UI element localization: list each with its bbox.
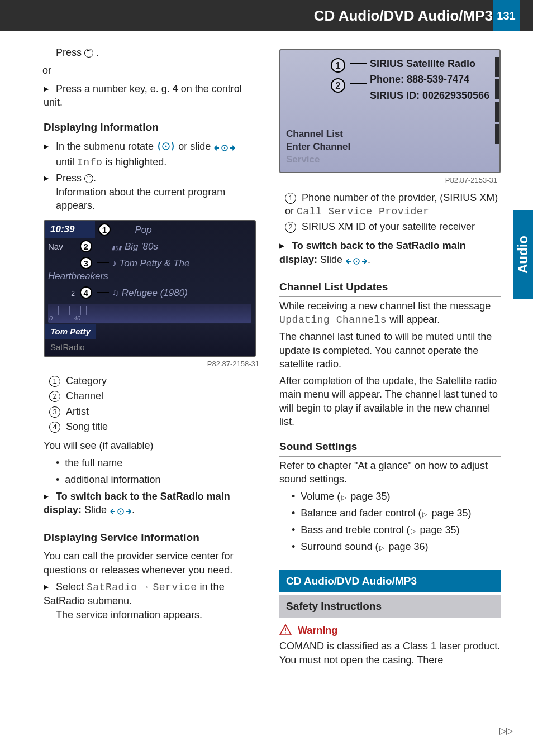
callout-num: 1 xyxy=(285,193,296,204)
step-bold: To switch back to the SatRadio main disp… xyxy=(44,491,230,515)
section-cd-dvd-mp3: CD Audio/DVD Audio/MP3 xyxy=(279,570,501,593)
step-text: or slide xyxy=(178,141,213,152)
text: page 35) xyxy=(417,524,459,535)
callout-text: SIRIUS XM ID of your satellite receiver xyxy=(302,221,475,232)
upd-text-1: While receiving a new channel list the m… xyxy=(279,299,501,327)
arrow: → xyxy=(137,581,153,592)
step-text: until xyxy=(56,156,77,168)
menu-item-info: Info xyxy=(77,157,102,168)
callout-label: Channel xyxy=(66,390,103,401)
callout-3-num: 3 xyxy=(80,257,92,269)
step-text: is highlighted. xyxy=(102,156,166,168)
press-icon xyxy=(84,174,93,183)
page-ref-icon xyxy=(410,524,417,535)
tick-label: 0 xyxy=(49,314,53,323)
page-ref-icon xyxy=(340,491,348,502)
shot-song: Refugee (1980) xyxy=(122,288,188,298)
bullet-surround: Surround sound ( page 36) xyxy=(292,540,501,553)
shot-channel: Big '80s xyxy=(125,241,158,252)
callout-1-num: 1 xyxy=(331,58,345,73)
step-text: Press a number key, e. g. xyxy=(56,83,173,94)
left-column: Press . or Press a number key, e. g. 4 o… xyxy=(44,46,263,711)
callout-mono: Call Service Provider xyxy=(297,206,429,217)
step-bold: To switch back to the SatRadio main disp… xyxy=(279,240,466,265)
slide-icon xyxy=(345,255,368,269)
shot-tab-selected: Tom Petty xyxy=(45,324,96,339)
svg-point-7 xyxy=(356,261,357,262)
screenshot-info-display: 10:39 1 Pop Nav 2 ▮▯▮ Big '80s 3 xyxy=(44,220,256,356)
shot-nav: Nav xyxy=(48,241,77,252)
right-column: 1 2 SIRIUS Satellite Radio Phone: 888-53… xyxy=(279,46,501,711)
bullet-text: additional information xyxy=(65,474,160,485)
callout-legend-2: 1Phone number of the provider, (SIRIUS X… xyxy=(279,191,501,234)
bullet-volume: Volume ( page 35) xyxy=(292,490,501,503)
menu-item: SatRadio xyxy=(87,582,137,593)
text: Volume ( xyxy=(301,491,340,502)
bullet-bass: Bass and treble control ( page 35) xyxy=(292,523,501,537)
step-text: Slide xyxy=(84,504,110,515)
page-number: 131 xyxy=(493,0,520,31)
mono-text: Updating Channels xyxy=(279,314,387,326)
warning-title: Warning xyxy=(298,625,337,636)
callout-num: 2 xyxy=(285,222,296,233)
shot-tuning-bar: 0 40 xyxy=(48,304,251,323)
shot-line-1: SIRIUS Satellite Radio xyxy=(370,57,495,70)
header-title: CD Audio/DVD Audio/MP3 xyxy=(314,0,493,31)
text: page 35) xyxy=(429,508,471,519)
shot-menu-channel-list: Channel List xyxy=(286,128,350,141)
svg-point-3 xyxy=(224,147,225,149)
page-ref-icon xyxy=(421,508,429,519)
step-text: Slide xyxy=(320,254,345,265)
slide-icon xyxy=(110,505,132,519)
svg-rect-9 xyxy=(285,633,286,634)
shot-menu-enter-channel: Enter Channel xyxy=(286,141,350,154)
step-text: . xyxy=(368,254,370,265)
callout-num: 3 xyxy=(49,406,60,418)
callout-legend-1: 1Category 2Channel 3Artist 4Song title xyxy=(44,374,263,433)
step-text: . xyxy=(93,173,96,184)
text: Bass and treble control ( xyxy=(301,524,410,535)
svg-point-1 xyxy=(165,145,167,147)
step-text: Select xyxy=(56,581,87,592)
section-sound-settings: Sound Settings xyxy=(279,439,501,457)
service-intro: You can call the provider service center… xyxy=(44,549,263,577)
bullet-addinfo: additional information xyxy=(56,473,263,486)
callout-num: 1 xyxy=(49,376,60,387)
shot-line-2: Phone: 888-539-7474 xyxy=(370,73,495,86)
step-text: Press xyxy=(56,47,84,58)
callout-4-num: 4 xyxy=(80,286,92,299)
shot-scroll-indicators xyxy=(495,55,499,168)
warning-header: Warning xyxy=(279,624,501,637)
bullet-fullname: the full name xyxy=(56,456,263,470)
callout-label: Category xyxy=(66,375,107,386)
shot-tab-satradio: SatRadio xyxy=(45,339,91,355)
text: While receiving a new channel list the m… xyxy=(279,300,491,312)
bullet-balance: Balance and fader control ( page 35) xyxy=(292,506,501,520)
callout-num: 2 xyxy=(49,391,60,402)
figure-ref-1: P82.87-2158-31 xyxy=(44,359,259,369)
callout-2-num: 2 xyxy=(331,78,345,93)
section-service-info: Displaying Service Information xyxy=(44,530,263,548)
shot-time: 10:39 xyxy=(45,221,95,238)
callout-label: Artist xyxy=(66,406,89,417)
side-tab-audio: Audio xyxy=(513,210,533,299)
section-channel-updates: Channel List Updates xyxy=(279,280,501,297)
shot-line-3: SIRIUS ID: 002629350566 xyxy=(370,89,495,102)
press-icon xyxy=(84,49,93,58)
text: Surround sound ( xyxy=(301,541,378,552)
callout-num: 4 xyxy=(49,422,60,433)
step-text: Press xyxy=(56,173,84,184)
warning-icon xyxy=(279,624,292,635)
section-displaying-information: Displaying Information xyxy=(44,120,263,137)
step-switch-back-2: To switch back to the SatRadio main disp… xyxy=(279,239,501,269)
step-press-2: Press . Information about the current pr… xyxy=(44,171,263,212)
upd-text-3: After completion of the update, the Sate… xyxy=(279,374,501,428)
step-text: . xyxy=(132,504,135,515)
sound-intro: Refer to chapter "At a glance" on how to… xyxy=(279,459,501,486)
svg-rect-8 xyxy=(285,628,286,631)
step-rotate: In the submenu rotate or slide until Inf… xyxy=(44,140,263,170)
rotate-icon xyxy=(156,141,175,155)
text: Balance and fader control ( xyxy=(301,508,421,519)
step-text: . xyxy=(96,47,99,58)
svg-point-5 xyxy=(120,511,121,512)
